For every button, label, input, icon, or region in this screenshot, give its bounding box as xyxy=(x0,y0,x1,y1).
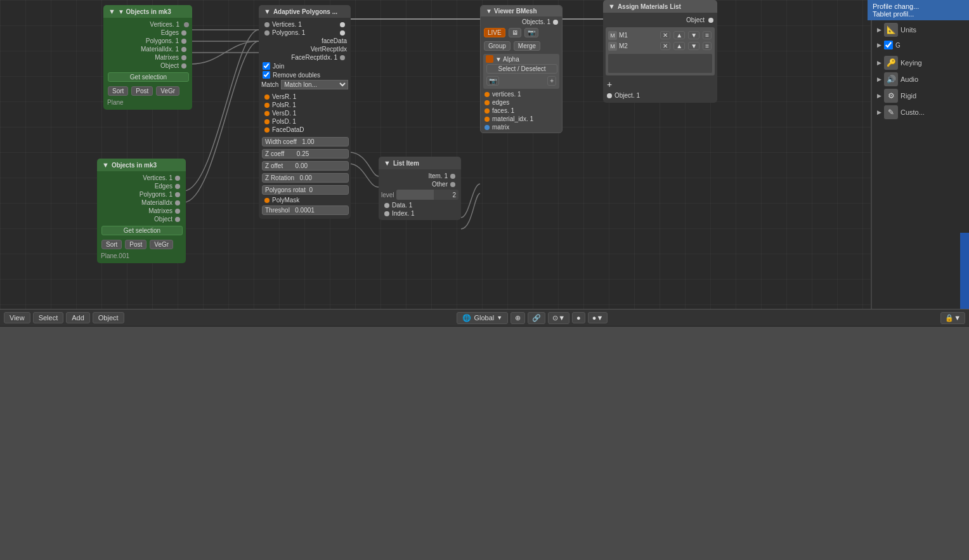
am-m1-label: M1 xyxy=(619,32,658,39)
ap-row-vertices: Vertices. 1 xyxy=(259,20,351,29)
am-object-label: Object xyxy=(686,16,705,23)
node-objects-mk3-1-header: ▼ ▼ Objects in mk3 xyxy=(103,5,192,18)
am-m2-x-btn[interactable]: ✕ xyxy=(660,42,670,50)
sidebar-audio[interactable]: ▶ 🔊 Audio xyxy=(872,71,969,88)
post-btn-1[interactable]: Post xyxy=(131,86,153,96)
am-object-out: Object. 1 xyxy=(615,92,640,99)
am-m1-icon: M xyxy=(608,31,617,40)
ap-out-versd: VersD. 1 xyxy=(259,109,351,117)
node-row-matrixes-1: Matrixes xyxy=(103,53,192,62)
node-editor: ▼ ▼ Objects in mk3 Vertices. 1 Edges Pol… xyxy=(0,0,969,309)
vb-camera-small-btn[interactable]: 📷 xyxy=(486,76,499,86)
3d-viewport xyxy=(0,309,969,560)
am-m1-down-btn[interactable]: ▼ xyxy=(688,31,699,39)
node-objects-mk3-1[interactable]: ▼ ▼ Objects in mk3 Vertices. 1 Edges Pol… xyxy=(103,5,192,110)
ap-z-offet-btn[interactable]: Z offet 0.00 xyxy=(262,161,349,171)
sidebar-custom-icon: ✎ xyxy=(884,105,898,119)
vegr-btn-2[interactable]: VeGr xyxy=(150,240,173,249)
node-viewer-bmesh[interactable]: ▼ Viewer BMesh Objects. 1 LIVE 🖥 📷 Group… xyxy=(480,5,563,133)
am-m2-down-btn[interactable]: ▼ xyxy=(688,42,699,50)
am-m1-up-btn[interactable]: ▲ xyxy=(673,31,685,39)
ap-out-polsr: PolsR. 1 xyxy=(259,101,351,109)
vb-plus-small-btn[interactable]: + xyxy=(547,76,556,86)
am-material-scroll[interactable] xyxy=(608,54,712,73)
vb-alpha-label: ▼ Alpha xyxy=(495,56,519,63)
circle-btn[interactable]: ● xyxy=(572,312,585,323)
ap-polygons-rotat-btn[interactable]: Polygons rotat 0 xyxy=(262,185,349,195)
li-item-row: Item. 1 xyxy=(379,172,461,180)
sidebar-custom[interactable]: ▶ ✎ Custo... xyxy=(872,104,969,120)
ap-match-select[interactable]: Match lon... xyxy=(281,80,348,89)
sidebar-grid-check[interactable] xyxy=(884,41,893,49)
vb-camera-btn[interactable]: 📷 xyxy=(524,28,538,37)
vb-monitor-btn[interactable]: 🖥 xyxy=(509,28,521,37)
vb-live-btn[interactable]: LIVE xyxy=(484,28,505,37)
sort-btn-2[interactable]: Sort xyxy=(101,240,122,249)
ap-out-versr: VersR. 1 xyxy=(259,93,351,101)
pivot-btn[interactable]: ⊕ xyxy=(511,312,525,324)
ap-z-coeff-btn[interactable]: Z coeff 0.25 xyxy=(262,149,349,159)
sidebar-units[interactable]: ▶ 📐 Units xyxy=(872,22,969,38)
sidebar-audio-icon: 🔊 xyxy=(884,72,898,86)
am-add-material-btn[interactable]: + xyxy=(603,78,717,91)
li-level-value: 2 xyxy=(452,190,456,200)
ap-join-checkbox-row: Join xyxy=(259,62,351,70)
global-selector[interactable]: 🌐 Global ▼ xyxy=(457,312,508,324)
snap-btn[interactable]: 🔗 xyxy=(528,312,545,324)
sidebar-units-icon: 📐 xyxy=(884,23,898,37)
ap-width-coeff-btn[interactable]: Width coeff 1.00 xyxy=(262,137,349,147)
vegr-btn-1[interactable]: VeGr xyxy=(156,86,179,96)
sort-btn-1[interactable]: Sort xyxy=(108,86,128,96)
ap-remove-doubles-checkbox[interactable] xyxy=(263,71,270,79)
node-collapse-arrow-ap[interactable]: ▼ xyxy=(264,8,271,15)
vb-matrix-out: matrix xyxy=(492,124,509,131)
node-collapse-arrow-2[interactable]: ▼ xyxy=(102,161,109,169)
node-collapse-arrow-1[interactable]: ▼ xyxy=(108,8,115,15)
node-adaptive-polygons[interactable]: ▼ Adaptive Polygons ... Vertices. 1 Poly… xyxy=(259,5,351,219)
node-assign-materials[interactable]: ▼ Assign Materials List Object M M1 ✕ ▲ … xyxy=(603,0,717,103)
ap-row-vertrecpt: VertRecptIdx xyxy=(259,45,351,53)
sidebar-rigid[interactable]: ▶ ⚙ Rigid xyxy=(872,88,969,104)
toolbar-select-btn[interactable]: Select xyxy=(33,312,64,323)
post-btn-2[interactable]: Post xyxy=(125,240,146,249)
vb-edges-out: edges xyxy=(492,99,509,106)
node-objects-mk3-2[interactable]: ▼ Objects in mk3 Vertices. 1 Edges Polyg… xyxy=(97,159,186,263)
am-m1-x-btn[interactable]: ✕ xyxy=(660,31,670,39)
toolbar-add-btn[interactable]: Add xyxy=(66,312,90,323)
ap-threshol-btn[interactable]: Threshol 0.0001 xyxy=(262,205,349,215)
toolbar-object-btn[interactable]: Object xyxy=(93,312,124,323)
get-selection-btn-2[interactable]: Get selection xyxy=(101,226,183,235)
node-row-polygons-2: Polygons. 1 xyxy=(97,190,186,199)
node-assign-arrow[interactable]: ▼ xyxy=(608,3,615,10)
am-m1-menu-btn[interactable]: ≡ xyxy=(703,31,712,39)
toolbar-view-btn[interactable]: View xyxy=(4,312,30,323)
vb-merge-btn[interactable]: Merge xyxy=(514,41,540,51)
vb-group-btn[interactable]: Group xyxy=(484,41,511,51)
am-m2-up-btn[interactable]: ▲ xyxy=(673,42,685,50)
node-list-item-arrow[interactable]: ▼ xyxy=(384,159,391,167)
get-selection-btn-1[interactable]: Get selection xyxy=(108,72,189,82)
sidebar-grid-checkbox[interactable]: ▶ G xyxy=(872,39,969,51)
am-m2-icon: M xyxy=(608,42,617,51)
node-viewer-arrow[interactable]: ▼ xyxy=(486,8,492,15)
profile-line2: Tablet profil... xyxy=(873,10,964,18)
li-other-row: Other xyxy=(379,180,461,188)
sidebar-keying[interactable]: ▶ 🔑 Keying xyxy=(872,55,969,71)
vb-vertices-out: vertices. 1 xyxy=(492,91,521,98)
extra-btn[interactable]: ●▼ xyxy=(588,312,608,323)
ap-z-rotation-btn[interactable]: Z Rotation 0.00 xyxy=(262,173,349,183)
ap-match-row: Match Match lon... xyxy=(259,79,351,90)
proportional-btn[interactable]: ⊙▼ xyxy=(548,312,569,324)
node-row-materialidx-1: MaterialIdx. 1 xyxy=(103,45,192,53)
vb-select-deselect-btn[interactable]: Select / Deselect xyxy=(486,64,557,74)
am-m2-menu-btn[interactable]: ≡ xyxy=(703,42,712,50)
viewport-lock-btn[interactable]: 🔒▼ xyxy=(940,312,965,324)
ap-join-checkbox[interactable] xyxy=(263,62,270,70)
global-icon: 🌐 xyxy=(462,314,471,322)
ap-polymask-row: PolyMask xyxy=(259,196,351,204)
sidebar-keying-icon: 🔑 xyxy=(884,56,898,70)
sidebar-blue-strip xyxy=(960,233,969,309)
node-list-item[interactable]: ▼ List Item Item. 1 Other level 2 xyxy=(379,157,461,220)
node-assign-materials-header: ▼ Assign Materials List xyxy=(603,0,717,13)
plane-label-2: Plane.001 xyxy=(97,251,186,261)
